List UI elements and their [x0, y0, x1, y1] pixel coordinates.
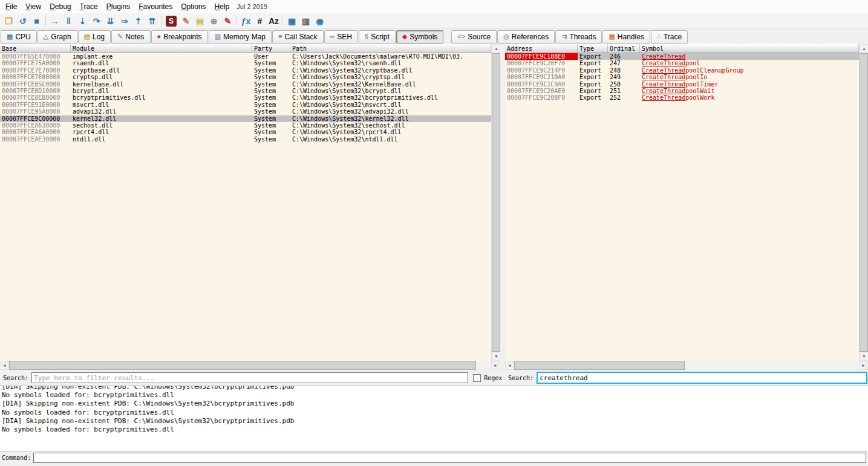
highlight-icon[interactable]: ✎: [221, 15, 235, 28]
pause-icon[interactable]: ‖: [62, 15, 76, 28]
tab-source[interactable]: <>Source: [451, 30, 497, 44]
menu-trace[interactable]: Trace: [76, 1, 102, 12]
open-file-icon[interactable]: ❒: [2, 15, 16, 28]
menu-help[interactable]: Help: [210, 1, 234, 12]
module-search-input[interactable]: [31, 372, 468, 383]
module-row[interactable]: 00007FFCEA630000sechost.dllSystemC:\Wind…: [0, 122, 491, 129]
modules-hscroll-track[interactable]: [476, 361, 491, 370]
scroll-up-icon[interactable]: ▲: [860, 44, 868, 53]
patch-icon[interactable]: ✎: [179, 15, 193, 28]
scroll-up-icon[interactable]: ▲: [492, 44, 500, 53]
menu-favourites[interactable]: Favourites: [134, 1, 177, 12]
symbols-table[interactable]: AddressTypeOrdinalSymbol 00007FFCE9C188E…: [505, 44, 859, 361]
module-row[interactable]: 00007FFCE8EB0000bcryptprimitives.dllSyst…: [0, 94, 491, 101]
module-row[interactable]: 00007FF65E470000implant.exeUserC:\Users\…: [0, 53, 491, 60]
module-row[interactable]: 00007FFCE7E80000cryptsp.dllSystemC:\Wind…: [0, 74, 491, 80]
tab-memory-map[interactable]: ▥Memory Map: [209, 30, 272, 44]
symbols-hscroll[interactable]: ◄ ►: [505, 361, 868, 370]
module-row[interactable]: 00007FFCE95A0000advapi32.dllSystemC:\Win…: [0, 108, 491, 115]
symbol-row[interactable]: 00007FFCE9C1C9A0Export250CreateThreadpoo…: [505, 81, 859, 88]
tab-cpu[interactable]: ▦CPU: [1, 30, 37, 44]
tab-graph[interactable]: △Graph: [38, 30, 77, 44]
tab-seh[interactable]: ∞SEH: [324, 30, 359, 44]
symbol-row[interactable]: 00007FFCE9C214F0Export248CreateThreadpoo…: [505, 67, 859, 74]
assemble-icon[interactable]: ƒx: [239, 15, 253, 28]
tab-notes[interactable]: ✎Notes: [111, 30, 151, 44]
log-panel[interactable]: [DIA] Skipping non-existent PDB: C:\Wind…: [0, 386, 868, 451]
command-input[interactable]: [33, 453, 866, 463]
calculator-icon[interactable]: ▥: [299, 15, 313, 28]
modules-vscroll[interactable]: ▲ ▼: [491, 44, 500, 361]
symbols-hscroll-track[interactable]: [685, 361, 859, 370]
menu-options[interactable]: Options: [177, 1, 210, 12]
tab-references[interactable]: ◎References: [497, 30, 555, 44]
scroll-left-icon[interactable]: ◄: [0, 361, 9, 370]
column-header-address[interactable]: Address: [505, 44, 578, 53]
step-out-icon[interactable]: ⇡: [131, 15, 145, 28]
tab-log[interactable]: ▤Log: [78, 30, 111, 44]
tab-trace[interactable]: ∴Trace: [651, 30, 688, 44]
symbols-vscroll[interactable]: ▲ ▼: [859, 44, 868, 361]
font-icon[interactable]: Az: [267, 15, 281, 28]
modules-hscroll[interactable]: ◄ ►: [0, 361, 500, 370]
tab-script[interactable]: §Script: [359, 30, 396, 44]
step-over-icon[interactable]: ↷: [90, 15, 103, 28]
menu-view[interactable]: View: [21, 1, 45, 12]
menu-debug[interactable]: Debug: [45, 1, 75, 12]
column-header-symbol[interactable]: Symbol: [640, 44, 859, 53]
module-row[interactable]: 00007FFCE75A0000rsaenh.dllSystemC:\Windo…: [0, 60, 491, 66]
tab-handles[interactable]: ▦Handles: [602, 30, 650, 44]
symbols-vscroll-thumb[interactable]: [860, 53, 868, 352]
memory-icon[interactable]: ▦: [285, 15, 299, 28]
scroll-down-icon[interactable]: ▼: [860, 352, 868, 361]
tab-call-stack[interactable]: ≡Call Stack: [272, 30, 323, 44]
panel-splitter[interactable]: [500, 44, 505, 361]
regex-checkbox[interactable]: [473, 374, 481, 382]
module-row[interactable]: 00007FFCEA6A0000rpcrt4.dllSystemC:\Windo…: [0, 129, 491, 135]
run-to-user-code-icon[interactable]: ⇈: [145, 15, 159, 28]
tab-threads[interactable]: ⇉Threads: [555, 30, 602, 44]
menu-plugins[interactable]: Plugins: [102, 1, 134, 12]
column-header-type[interactable]: Type: [578, 44, 608, 53]
module-row[interactable]: 00007FFCE91E0000msvcrt.dllSystemC:\Windo…: [0, 102, 491, 108]
column-header-ordinal[interactable]: Ordinal: [608, 44, 640, 53]
symbols-body[interactable]: 00007FFCE9C188E0Export246CreateThread000…: [505, 53, 859, 361]
symbol-row[interactable]: 00007FFCE9C210A0Export249CreateThreadpoo…: [505, 74, 859, 80]
attach-icon[interactable]: ⊕: [207, 15, 221, 28]
column-header-party[interactable]: Party: [252, 44, 290, 53]
scylla-icon[interactable]: S: [166, 16, 177, 27]
symbol-row[interactable]: 00007FFCE9C20F70Export247CreateThreadpoo…: [505, 60, 859, 66]
modules-hscroll-thumb[interactable]: [9, 361, 476, 370]
tab-breakpoints[interactable]: ●Breakpoints: [151, 30, 208, 44]
scroll-right-icon[interactable]: ►: [859, 361, 868, 370]
column-header-path[interactable]: Path: [290, 44, 491, 53]
scroll-down-icon[interactable]: ▼: [492, 352, 500, 361]
restart-icon[interactable]: ↺: [16, 15, 30, 28]
column-header-module[interactable]: Module: [71, 44, 252, 53]
module-row[interactable]: 00007FFCE9C00000kernel32.dllSystemC:\Win…: [0, 115, 491, 122]
symbols-hscroll-thumb[interactable]: [514, 361, 685, 370]
animate-over-icon[interactable]: ⇒: [117, 15, 131, 28]
module-row[interactable]: 00007FFCEAE30000ntdll.dllSystemC:\Window…: [0, 136, 491, 143]
symbol-row[interactable]: 00007FFCE9C188E0Export246CreateThread: [505, 53, 859, 60]
symbol-row[interactable]: 00007FFCE9C20AE0Export251CreateThreadpoo…: [505, 88, 859, 94]
settings-icon[interactable]: ◉: [313, 15, 327, 28]
symbol-row[interactable]: 00007FFCE9C208F0Export252CreateThreadpoo…: [505, 94, 859, 101]
comment-icon[interactable]: ▤: [193, 15, 207, 28]
module-row[interactable]: 00007FFCE7E70000cryptbase.dllSystemC:\Wi…: [0, 67, 491, 74]
menu-file[interactable]: File: [1, 1, 21, 12]
tab-symbols[interactable]: ◆Symbols: [396, 30, 443, 44]
step-into-icon[interactable]: ⇣: [76, 15, 90, 28]
hash-icon[interactable]: #: [253, 15, 267, 28]
close-icon[interactable]: ■: [30, 15, 44, 28]
module-row[interactable]: 00007FFCE85C0000kernelbase.dllSystemC:\W…: [0, 81, 491, 88]
animate-into-icon[interactable]: ⇊: [103, 15, 117, 28]
module-row[interactable]: 00007FFCE8D10000bcrypt.dllSystemC:\Windo…: [0, 88, 491, 94]
scroll-right-icon[interactable]: ►: [491, 361, 500, 370]
scroll-left-icon[interactable]: ◄: [505, 361, 514, 370]
modules-body[interactable]: 00007FF65E470000implant.exeUserC:\Users\…: [0, 53, 491, 361]
symbol-search-input[interactable]: [537, 372, 867, 384]
modules-vscroll-thumb[interactable]: [492, 53, 500, 352]
run-icon[interactable]: →: [48, 15, 62, 28]
column-header-base[interactable]: Base: [0, 44, 71, 53]
